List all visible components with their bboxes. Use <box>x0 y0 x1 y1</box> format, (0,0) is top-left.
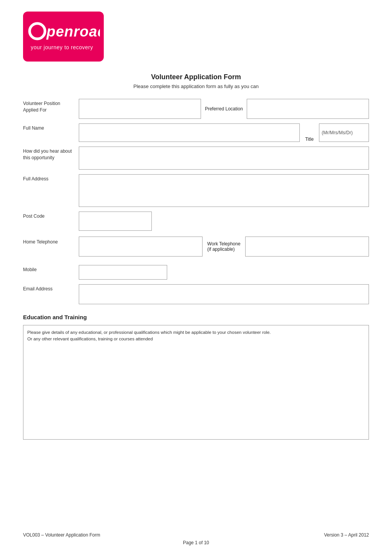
form-title-section: Volunteer Application Form Please comple… <box>23 73 369 89</box>
footer-center: Page 1 of 10 <box>0 540 392 545</box>
preferred-location-input[interactable] <box>247 99 369 119</box>
mobile-row: Mobile <box>23 265 369 280</box>
volunteer-position-row: Volunteer Position Applied For Preferred… <box>23 99 369 119</box>
volunteer-position-input[interactable] <box>79 99 201 119</box>
post-code-row: Post Code <box>23 212 369 231</box>
full-address-label: Full Address <box>23 174 79 207</box>
title-hint[interactable]: (Mr/Mrs/Ms/Dr) <box>319 123 369 142</box>
home-telephone-input[interactable] <box>79 237 203 257</box>
form-section: Volunteer Position Applied For Preferred… <box>23 99 369 304</box>
svg-point-1 <box>34 28 40 34</box>
form-title: Volunteer Application Form <box>23 73 369 81</box>
education-section: Education and Training Please give detai… <box>23 314 369 440</box>
education-instructions: Please give details of any educational, … <box>27 329 365 343</box>
email-row: Email Address <box>23 284 369 304</box>
email-address-label: Email Address <box>23 284 79 304</box>
education-textarea[interactable] <box>27 346 365 434</box>
svg-text:your journey to recovery: your journey to recovery <box>31 44 93 50</box>
footer-left: VOL003 – Volunteer Application Form <box>23 532 100 538</box>
form-subtitle: Please complete this application form as… <box>23 83 369 89</box>
mobile-input[interactable] <box>79 265 167 280</box>
work-telephone-input[interactable] <box>245 237 369 257</box>
svg-text:penroad: penroad <box>46 23 100 40</box>
education-title: Education and Training <box>23 314 369 320</box>
home-telephone-label: Home Telephone <box>23 237 79 245</box>
work-telephone-sublabel: (if applicable) <box>207 247 240 252</box>
footer: VOL003 – Volunteer Application Form Vers… <box>23 532 369 538</box>
telephone-row: Home Telephone Work Telephone (if applic… <box>23 237 369 260</box>
full-name-input[interactable] <box>79 123 300 142</box>
title-label: Title <box>300 123 319 142</box>
preferred-location-label: Preferred Location <box>201 99 247 119</box>
email-address-input[interactable] <box>79 284 369 304</box>
work-telephone-label: Work Telephone <box>207 241 240 247</box>
volunteer-position-label: Volunteer Position Applied For <box>23 99 79 119</box>
how-did-you-hear-row: How did you hear about this opportunity <box>23 147 369 170</box>
full-name-row: Full Name Title (Mr/Mrs/Ms/Dr) <box>23 123 369 142</box>
mobile-label: Mobile <box>23 265 79 280</box>
post-code-input[interactable] <box>79 212 152 231</box>
how-did-you-hear-input[interactable] <box>79 147 369 170</box>
post-code-label: Post Code <box>23 212 79 231</box>
full-address-row: Full Address <box>23 174 369 207</box>
full-address-input[interactable] <box>79 174 369 207</box>
full-name-label: Full Name <box>23 123 79 142</box>
footer-right: Version 3 – April 2012 <box>324 532 369 538</box>
how-did-you-hear-label: How did you hear about this opportunity <box>23 147 79 170</box>
education-box: Please give details of any educational, … <box>23 325 369 440</box>
logo: penroad your journey to recovery <box>23 12 104 62</box>
